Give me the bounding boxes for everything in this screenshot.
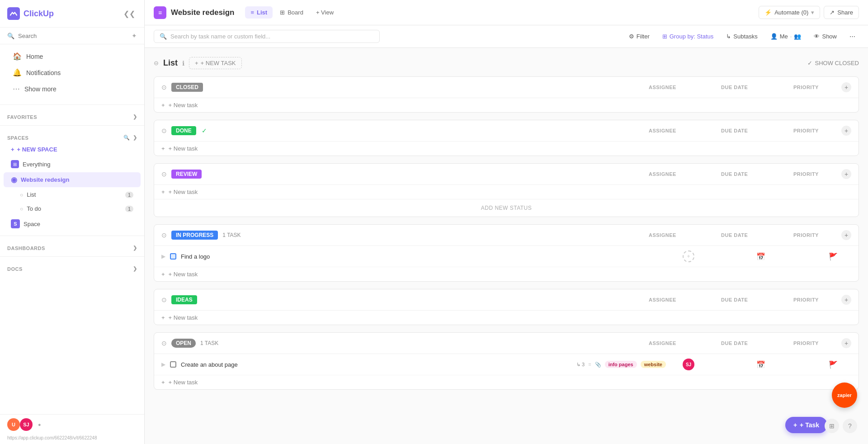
assignee-avatar-sj[interactable]: SJ xyxy=(683,359,694,370)
sidebar-item-space[interactable]: S Space xyxy=(4,216,141,231)
new-space-button[interactable]: + + NEW SPACE xyxy=(4,143,141,156)
task-row[interactable]: ▶ Find a logo + 📅 🚩 xyxy=(154,246,859,267)
new-task-done[interactable]: + + New task xyxy=(154,142,859,156)
add-col-ip[interactable]: + xyxy=(841,230,851,240)
show-closed-button[interactable]: ✓ SHOW CLOSED xyxy=(807,60,859,66)
new-task-ideas[interactable]: + + New task xyxy=(154,311,859,325)
help-button[interactable]: ? xyxy=(843,419,857,433)
add-task-icon: + xyxy=(793,421,797,429)
grid-view-button[interactable]: ⊞ xyxy=(825,419,839,433)
open-toggle[interactable]: ⊙ xyxy=(161,340,167,347)
tab-list[interactable]: ≡ List xyxy=(245,6,273,19)
docs-expand[interactable]: ❯ xyxy=(133,266,137,272)
tab-board[interactable]: ⊞ Board xyxy=(274,6,309,19)
zapier-widget[interactable]: zapier xyxy=(832,383,857,408)
task-expand-icon[interactable]: ▶ xyxy=(161,253,165,260)
priority-col-ip: PRIORITY xyxy=(793,232,830,238)
search-spaces-icon[interactable]: 🔍 xyxy=(123,135,130,141)
sidebar-item-website-redesign[interactable]: ◉ Website redesign xyxy=(4,172,141,187)
tab-add-view[interactable]: + View xyxy=(311,6,339,19)
status-section-open: ⊙ OPEN 1 TASK ASSIGNEE DUE DATE PRIORITY… xyxy=(154,332,859,390)
bell-icon: 🔔 xyxy=(13,68,22,77)
group-by-label: Group by: Status xyxy=(670,33,714,40)
sidebar-divider-3 xyxy=(0,236,144,236)
task-row-about-page[interactable]: ▶ Create an about page ↳ 3 = 📎 info page… xyxy=(154,354,859,375)
new-task-open[interactable]: + + New task xyxy=(154,375,859,389)
list-area: ⊖ List ℹ + + NEW TASK ✓ SHOW CLOSED ⊙ CL… xyxy=(145,48,868,444)
logo-text: ClickUp xyxy=(24,9,54,19)
show-label: Show xyxy=(822,33,837,40)
subtask-count: ↳ 3 xyxy=(576,362,585,368)
closed-toggle[interactable]: ⊙ xyxy=(161,84,167,91)
sidebar-item-to-do-label: To do xyxy=(27,205,41,212)
col-headers-ideas: ASSIGNEE DUE DATE PRIORITY xyxy=(649,297,830,302)
task-checkbox-about[interactable] xyxy=(170,361,176,368)
task-due-date-col: 📅 xyxy=(743,252,779,261)
sidebar-item-home-label: Home xyxy=(26,53,43,60)
expand-spaces-icon[interactable]: ❯ xyxy=(133,135,137,141)
spaces-actions[interactable]: 🔍 ❯ xyxy=(123,135,137,141)
status-header-ideas: ⊙ IDEAS ASSIGNEE DUE DATE PRIORITY + xyxy=(154,289,859,311)
list-info-icon[interactable]: ℹ xyxy=(182,60,184,67)
status-section-done: ⊙ DONE ✓ ASSIGNEE DUE DATE PRIORITY + + … xyxy=(154,120,859,156)
automate-button[interactable]: ⚡ Automate (0) ▾ xyxy=(759,6,820,19)
list-collapse-icon[interactable]: ⊖ xyxy=(154,60,159,66)
sparkle-icon: ✦ xyxy=(132,32,137,39)
toolbar-search[interactable]: 🔍 Search by task name or custom field... xyxy=(154,30,380,43)
me-icon: 👤 xyxy=(770,33,778,40)
dashboards-expand[interactable]: ❯ xyxy=(133,245,137,251)
show-button[interactable]: 👁 Show xyxy=(810,31,840,42)
assignee-col-ideas: ASSIGNEE xyxy=(649,297,685,302)
new-task-ip[interactable]: + + New task xyxy=(154,267,859,281)
subtasks-button[interactable]: ↳ Subtasks xyxy=(722,31,761,42)
new-task-button[interactable]: + + NEW TASK xyxy=(189,57,242,69)
logo[interactable]: ClickUp xyxy=(7,7,54,20)
task-expand-about[interactable]: ▶ xyxy=(161,361,165,368)
me-button[interactable]: 👤 Me · 👥 xyxy=(767,31,805,42)
new-task-ip-label: + New task xyxy=(169,271,198,278)
group-by-button[interactable]: ⊞ Group by: Status xyxy=(659,31,717,42)
add-col-closed[interactable]: + xyxy=(841,82,851,92)
new-task-ideas-label: + New task xyxy=(169,314,198,321)
ideas-toggle[interactable]: ⊙ xyxy=(161,296,167,303)
sidebar-item-notifications[interactable]: 🔔 Notifications xyxy=(4,65,141,80)
done-toggle[interactable]: ⊙ xyxy=(161,127,167,134)
favorites-label: FAVORITES xyxy=(7,114,37,120)
topbar-actions: ⚡ Automate (0) ▾ ↗ Share xyxy=(759,6,859,19)
more-options-button[interactable]: ⋯ xyxy=(846,31,859,42)
sidebar-collapse-button[interactable]: ❮❮ xyxy=(122,8,137,20)
avatar-sj[interactable]: SJ xyxy=(20,418,33,431)
avatar-u[interactable]: U xyxy=(7,418,20,431)
in-progress-task-count: 1 TASK xyxy=(222,232,241,238)
toolbar: 🔍 Search by task name or custom field...… xyxy=(145,25,868,48)
in-progress-badge: IN PROGRESS xyxy=(171,231,218,240)
add-new-status[interactable]: ADD NEW STATUS xyxy=(154,199,859,217)
in-progress-toggle[interactable]: ⊙ xyxy=(161,231,167,239)
review-toggle[interactable]: ⊙ xyxy=(161,170,167,178)
assignee-placeholder[interactable]: + xyxy=(683,250,694,262)
sidebar-item-home[interactable]: 🏠 Home xyxy=(4,48,141,64)
task-checkbox[interactable] xyxy=(170,253,176,260)
add-col-open[interactable]: + xyxy=(841,338,851,348)
new-task-closed[interactable]: + + New task xyxy=(154,98,859,112)
new-task-label: + NEW TASK xyxy=(201,60,236,66)
share-button[interactable]: ↗ Share xyxy=(824,6,859,19)
search-input[interactable] xyxy=(18,33,128,39)
help-icon: ? xyxy=(848,422,852,430)
add-col-review[interactable]: + xyxy=(841,169,851,179)
favorites-actions[interactable]: ❯ xyxy=(133,114,137,120)
add-col-done[interactable]: + xyxy=(841,126,851,136)
sidebar-item-everything[interactable]: ⊞ Everything xyxy=(4,157,141,171)
new-task-icon: + xyxy=(195,60,198,66)
new-task-open-label: + New task xyxy=(169,379,198,386)
me-label: Me xyxy=(780,33,788,40)
add-task-fab[interactable]: + + Task xyxy=(785,417,827,433)
status-header-closed: ⊙ CLOSED ASSIGNEE DUE DATE PRIORITY + xyxy=(154,77,859,98)
add-col-ideas[interactable]: + xyxy=(841,295,851,305)
filter-button[interactable]: ⚙ Filter xyxy=(625,31,653,42)
sidebar-item-show-more[interactable]: ⋯ Show more xyxy=(4,81,141,97)
new-task-review[interactable]: + + New task xyxy=(154,185,859,199)
search-bar[interactable]: 🔍 ✦ xyxy=(0,28,144,44)
sidebar-item-list[interactable]: ○ List 1 xyxy=(4,188,141,201)
sidebar-item-to-do[interactable]: ○ To do 1 xyxy=(4,202,141,215)
